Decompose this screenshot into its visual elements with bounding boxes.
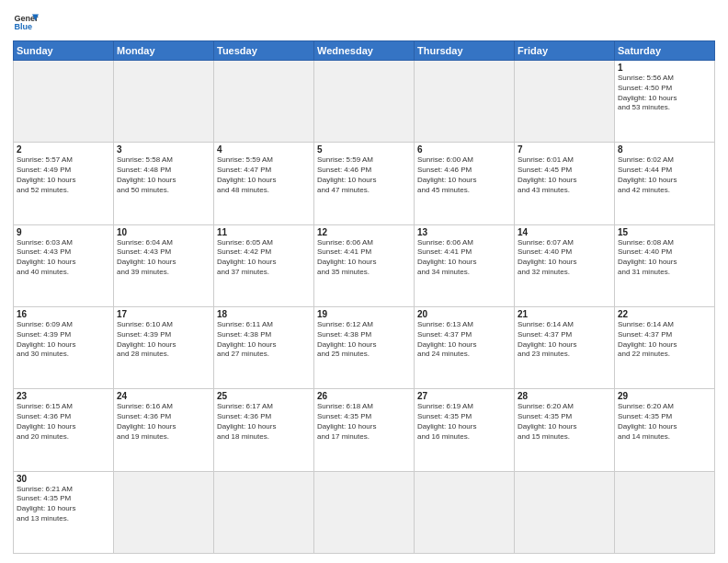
calendar-cell: 29Sunrise: 6:20 AM Sunset: 4:35 PM Dayli… (615, 389, 715, 471)
day-number: 16 (17, 309, 110, 319)
calendar-cell: 26Sunrise: 6:18 AM Sunset: 4:35 PM Dayli… (314, 389, 415, 471)
day-number: 28 (518, 391, 611, 401)
day-number: 5 (317, 144, 411, 155)
day-number: 26 (317, 391, 411, 401)
day-info: Sunrise: 6:21 AM Sunset: 4:35 PM Dayligh… (17, 485, 110, 524)
day-number: 7 (518, 144, 611, 155)
calendar-cell: 1Sunrise: 5:56 AM Sunset: 4:50 PM Daylig… (615, 61, 715, 143)
calendar-cell: 11Sunrise: 6:05 AM Sunset: 4:42 PM Dayli… (214, 224, 314, 306)
calendar-cell: 28Sunrise: 6:20 AM Sunset: 4:35 PM Dayli… (515, 389, 615, 471)
calendar-cell: 9Sunrise: 6:03 AM Sunset: 4:43 PM Daylig… (14, 224, 114, 306)
calendar-cell (214, 471, 314, 553)
weekday-header-monday: Monday (114, 41, 214, 61)
day-number: 10 (117, 227, 210, 237)
day-info: Sunrise: 6:13 AM Sunset: 4:37 PM Dayligh… (417, 320, 511, 360)
calendar-cell: 24Sunrise: 6:16 AM Sunset: 4:36 PM Dayli… (114, 389, 214, 471)
header: General Blue (13, 9, 715, 35)
day-number: 8 (618, 144, 711, 155)
day-number: 9 (17, 227, 110, 237)
day-number: 13 (417, 227, 511, 237)
day-number: 14 (518, 227, 611, 237)
weekday-header-saturday: Saturday (615, 41, 715, 61)
day-number: 17 (117, 309, 210, 319)
calendar-cell: 7Sunrise: 6:01 AM Sunset: 4:45 PM Daylig… (515, 143, 615, 224)
day-info: Sunrise: 6:03 AM Sunset: 4:43 PM Dayligh… (17, 238, 110, 278)
day-number: 18 (217, 309, 311, 319)
weekday-header-thursday: Thursday (415, 41, 515, 61)
day-number: 20 (417, 309, 511, 319)
calendar-cell (114, 471, 214, 553)
calendar-table: SundayMondayTuesdayWednesdayThursdayFrid… (13, 40, 715, 554)
day-info: Sunrise: 6:12 AM Sunset: 4:38 PM Dayligh… (317, 320, 411, 360)
day-info: Sunrise: 6:10 AM Sunset: 4:39 PM Dayligh… (117, 320, 210, 360)
calendar-cell: 15Sunrise: 6:08 AM Sunset: 4:40 PM Dayli… (615, 224, 715, 306)
day-info: Sunrise: 6:00 AM Sunset: 4:46 PM Dayligh… (417, 155, 511, 195)
day-info: Sunrise: 5:56 AM Sunset: 4:50 PM Dayligh… (618, 74, 711, 113)
calendar-cell (114, 61, 214, 143)
day-info: Sunrise: 6:06 AM Sunset: 4:41 PM Dayligh… (417, 238, 511, 278)
calendar-cell: 19Sunrise: 6:12 AM Sunset: 4:38 PM Dayli… (314, 306, 415, 388)
calendar-cell (515, 471, 615, 553)
calendar-cell (314, 471, 415, 553)
day-info: Sunrise: 6:20 AM Sunset: 4:35 PM Dayligh… (518, 402, 611, 442)
calendar-cell: 3Sunrise: 5:58 AM Sunset: 4:48 PM Daylig… (114, 143, 214, 224)
day-number: 30 (17, 474, 110, 484)
day-info: Sunrise: 6:02 AM Sunset: 4:44 PM Dayligh… (618, 155, 711, 195)
calendar-cell: 12Sunrise: 6:06 AM Sunset: 4:41 PM Dayli… (314, 224, 415, 306)
day-info: Sunrise: 6:08 AM Sunset: 4:40 PM Dayligh… (618, 238, 711, 278)
calendar-cell: 8Sunrise: 6:02 AM Sunset: 4:44 PM Daylig… (615, 143, 715, 224)
calendar-cell: 23Sunrise: 6:15 AM Sunset: 4:36 PM Dayli… (14, 389, 114, 471)
calendar-cell: 16Sunrise: 6:09 AM Sunset: 4:39 PM Dayli… (14, 306, 114, 388)
calendar-cell: 21Sunrise: 6:14 AM Sunset: 4:37 PM Dayli… (515, 306, 615, 388)
calendar-cell (515, 61, 615, 143)
calendar-cell: 6Sunrise: 6:00 AM Sunset: 4:46 PM Daylig… (415, 143, 515, 224)
day-info: Sunrise: 5:59 AM Sunset: 4:46 PM Dayligh… (317, 155, 411, 195)
calendar-cell: 14Sunrise: 6:07 AM Sunset: 4:40 PM Dayli… (515, 224, 615, 306)
calendar-cell: 5Sunrise: 5:59 AM Sunset: 4:46 PM Daylig… (314, 143, 415, 224)
calendar-cell: 2Sunrise: 5:57 AM Sunset: 4:49 PM Daylig… (14, 143, 114, 224)
day-number: 22 (618, 309, 711, 319)
day-info: Sunrise: 6:17 AM Sunset: 4:36 PM Dayligh… (217, 402, 311, 442)
day-number: 23 (17, 391, 110, 401)
calendar-cell: 27Sunrise: 6:19 AM Sunset: 4:35 PM Dayli… (415, 389, 515, 471)
calendar-cell: 13Sunrise: 6:06 AM Sunset: 4:41 PM Dayli… (415, 224, 515, 306)
weekday-header-tuesday: Tuesday (214, 41, 314, 61)
day-info: Sunrise: 5:59 AM Sunset: 4:47 PM Dayligh… (217, 155, 311, 195)
logo-icon: General Blue (13, 9, 39, 35)
calendar-cell: 20Sunrise: 6:13 AM Sunset: 4:37 PM Dayli… (415, 306, 515, 388)
day-number: 2 (17, 144, 110, 155)
day-info: Sunrise: 6:06 AM Sunset: 4:41 PM Dayligh… (317, 238, 411, 278)
calendar-cell (415, 471, 515, 553)
weekday-header-wednesday: Wednesday (314, 41, 415, 61)
calendar-cell (314, 61, 415, 143)
day-number: 21 (518, 309, 611, 319)
day-info: Sunrise: 6:01 AM Sunset: 4:45 PM Dayligh… (518, 155, 611, 195)
logo: General Blue (13, 9, 39, 35)
day-number: 4 (217, 144, 311, 155)
day-info: Sunrise: 6:18 AM Sunset: 4:35 PM Dayligh… (317, 402, 411, 442)
calendar-cell (214, 61, 314, 143)
calendar-cell (14, 61, 114, 143)
calendar-cell: 25Sunrise: 6:17 AM Sunset: 4:36 PM Dayli… (214, 389, 314, 471)
day-number: 3 (117, 144, 210, 155)
day-info: Sunrise: 6:05 AM Sunset: 4:42 PM Dayligh… (217, 238, 311, 278)
calendar-cell (615, 471, 715, 553)
page: General Blue SundayMondayTuesdayWednesda… (0, 0, 728, 563)
svg-text:Blue: Blue (14, 22, 32, 31)
day-info: Sunrise: 6:09 AM Sunset: 4:39 PM Dayligh… (17, 320, 110, 360)
day-number: 25 (217, 391, 311, 401)
day-number: 24 (117, 391, 210, 401)
day-info: Sunrise: 6:19 AM Sunset: 4:35 PM Dayligh… (417, 402, 511, 442)
calendar-cell: 10Sunrise: 6:04 AM Sunset: 4:43 PM Dayli… (114, 224, 214, 306)
day-info: Sunrise: 5:57 AM Sunset: 4:49 PM Dayligh… (17, 155, 110, 195)
day-number: 29 (618, 391, 711, 401)
calendar-cell: 18Sunrise: 6:11 AM Sunset: 4:38 PM Dayli… (214, 306, 314, 388)
calendar-cell: 30Sunrise: 6:21 AM Sunset: 4:35 PM Dayli… (14, 471, 114, 553)
day-info: Sunrise: 6:11 AM Sunset: 4:38 PM Dayligh… (217, 320, 311, 360)
day-info: Sunrise: 6:14 AM Sunset: 4:37 PM Dayligh… (618, 320, 711, 360)
day-info: Sunrise: 6:16 AM Sunset: 4:36 PM Dayligh… (117, 402, 210, 442)
day-info: Sunrise: 6:07 AM Sunset: 4:40 PM Dayligh… (518, 238, 611, 278)
calendar-cell: 17Sunrise: 6:10 AM Sunset: 4:39 PM Dayli… (114, 306, 214, 388)
day-info: Sunrise: 5:58 AM Sunset: 4:48 PM Dayligh… (117, 155, 210, 195)
weekday-header-sunday: Sunday (14, 41, 114, 61)
